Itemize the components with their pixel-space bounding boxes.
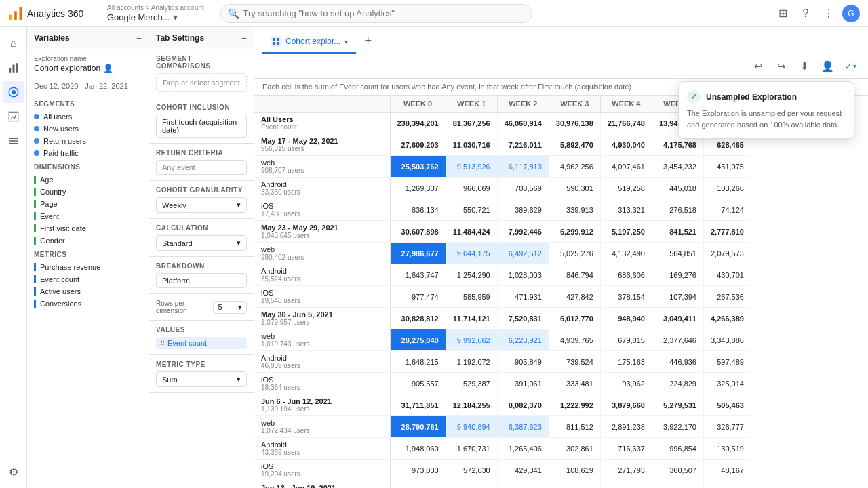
status-button[interactable]: ✓ ▾ xyxy=(841,57,860,76)
add-tab-button[interactable]: + xyxy=(359,30,377,54)
data-cell-r8-c4: 948,940 xyxy=(600,308,652,329)
avatar[interactable]: G xyxy=(842,5,860,22)
search-input[interactable] xyxy=(243,8,525,18)
apps-icon-btn[interactable]: ⊞ xyxy=(773,4,792,23)
data-cell-r3-c2: 389,629 xyxy=(497,199,549,221)
data-cell-r10-c4: 175,163 xyxy=(600,351,652,373)
tab-settings-minimize-btn[interactable]: − xyxy=(241,33,247,43)
table-row: Android 33,350 users 1,269,307966,069708… xyxy=(254,178,751,199)
nav-home[interactable]: ⌂ xyxy=(3,33,24,54)
cohort-granularity-select[interactable]: Weekly ▾ xyxy=(156,197,247,213)
data-cell-r14-c4: 716,637 xyxy=(600,438,652,460)
data-cell-r6-c5: 169,276 xyxy=(652,264,703,286)
data-cell-r0-c4: 4,930,040 xyxy=(600,134,652,156)
dimension-item[interactable]: Event xyxy=(27,210,149,222)
data-cell-r10-c1: 1,192,072 xyxy=(446,351,497,373)
tab-cohort[interactable]: Cohort explor... ▾ xyxy=(262,32,356,54)
data-cell-r3-c5: 276,518 xyxy=(652,199,703,221)
svg-rect-10 xyxy=(9,143,18,144)
data-cell-r1-c2: 6,117,813 xyxy=(497,156,549,178)
nav-advertising[interactable] xyxy=(3,106,24,127)
dimension-item[interactable]: Country xyxy=(27,186,149,198)
segments-section-title: SEGMENTS xyxy=(27,96,149,110)
data-cell-r8-c2: 7,520,831 xyxy=(497,308,549,329)
nav-explore[interactable] xyxy=(3,81,24,103)
breadcrumb-bottom[interactable]: Google Merch... ▾ xyxy=(107,12,204,22)
help-icon-btn[interactable]: ? xyxy=(796,4,815,23)
segment-dot xyxy=(34,114,39,119)
data-cell-r12-c0: 31,711,851 xyxy=(390,394,446,416)
toolbar: ↩ ↪ ⬇ 👤 ✓ ▾ xyxy=(254,54,868,79)
dimension-item[interactable]: Page xyxy=(27,198,149,210)
segment-item[interactable]: All users xyxy=(27,110,149,123)
data-cell-r5-c4: 4,132,490 xyxy=(600,243,652,264)
nav-configure[interactable] xyxy=(3,130,24,152)
metric-item[interactable]: Conversions xyxy=(27,298,149,310)
data-cell-r9-c5: 2,377,646 xyxy=(652,329,703,351)
variables-minimize-btn[interactable]: − xyxy=(136,33,142,43)
data-cell-r7-c2: 471,931 xyxy=(497,286,549,308)
left-nav: ⌂ ⚙ xyxy=(0,27,27,488)
more-vert-icon: ⋮ xyxy=(823,7,834,20)
segment-item[interactable]: Return users xyxy=(27,135,149,147)
nav-reports[interactable] xyxy=(3,57,24,79)
metric-item[interactable]: Purchase revenue xyxy=(27,261,149,273)
metric-type-section: METRIC TYPE Sum ▾ xyxy=(149,355,254,393)
breadcrumb-area: All accounts > Analytics account Google … xyxy=(107,4,204,22)
data-cell-r7-c4: 378,154 xyxy=(600,286,652,308)
metric-item[interactable]: Active users xyxy=(27,285,149,298)
table-row: iOS 19,548 users 977,474585,959471,93142… xyxy=(254,286,751,308)
nav-icons: ⊞ ? ⋮ G xyxy=(773,4,860,23)
data-cell-r12-c4: 3,879,668 xyxy=(600,394,652,416)
all-users-cell-1: 81,367,256 xyxy=(446,113,497,134)
cohort-inclusion-section: COHORT INCLUSION First touch (acquisitio… xyxy=(149,98,254,144)
dimension-item[interactable]: First visit date xyxy=(27,222,149,235)
more-icon-btn[interactable]: ⋮ xyxy=(819,4,838,23)
row-label-cell: May 17 - May 22, 2021 956,315 users xyxy=(254,134,390,156)
drop-segment-box[interactable]: Drop or select segment xyxy=(156,73,247,92)
all-users-cell-3: 30,976,138 xyxy=(549,113,600,134)
data-cell-r2-c2: 708,569 xyxy=(497,178,549,199)
unsampled-popup: ✓ Unsampled Exploration The Exploration … xyxy=(678,81,854,139)
dimension-item[interactable]: Gender xyxy=(27,235,149,247)
data-cell-r9-c3: 4,939,765 xyxy=(549,329,600,351)
data-cell-r13-c1: 9,940,894 xyxy=(446,416,497,438)
data-cell-r14-c1: 1,670,731 xyxy=(446,438,497,460)
date-range[interactable]: Dec 12, 2020 - Jan 22, 2021 xyxy=(27,79,149,96)
data-cell-r13-c3: 811,512 xyxy=(549,416,600,438)
data-cell-r5-c6: 2,079,573 xyxy=(703,243,751,264)
nav-settings[interactable]: ⚙ xyxy=(3,461,24,483)
calculation-select[interactable]: Standard ▾ xyxy=(156,235,247,251)
cohort-data-table: WEEK 0 WEEK 1 WEEK 2 WEEK 3 WEEK 4 WEEK … xyxy=(254,96,751,488)
value-chip[interactable]: ⠿ Event count xyxy=(156,337,247,349)
data-table-wrapper[interactable]: WEEK 0 WEEK 1 WEEK 2 WEEK 3 WEEK 4 WEEK … xyxy=(254,96,868,488)
rows-per-dim-select[interactable]: 5 ▾ xyxy=(213,301,247,314)
data-cell-r2-c1: 966,069 xyxy=(446,178,497,199)
metric-type-select[interactable]: Sum ▾ xyxy=(156,371,247,387)
segment-item[interactable]: Paid traffic xyxy=(27,147,149,159)
share-button[interactable]: 👤 xyxy=(818,57,837,76)
tab-dropdown-icon: ▾ xyxy=(344,38,348,45)
return-criteria-input[interactable]: Any event xyxy=(156,160,247,175)
undo-button[interactable]: ↩ xyxy=(749,57,768,76)
app-title: Analytics 360 xyxy=(27,8,83,19)
redo-button[interactable]: ↪ xyxy=(772,57,791,76)
data-cell-r0-c1: 11,030,716 xyxy=(446,134,497,156)
data-cell-r2-c4: 519,258 xyxy=(600,178,652,199)
data-cell-r1-c6: 451,075 xyxy=(703,156,751,178)
rows-per-dim-section: Rows per dimension 5 ▾ xyxy=(149,294,254,321)
data-cell-r0-c2: 7,216,011 xyxy=(497,134,549,156)
redo-icon: ↪ xyxy=(777,60,786,73)
data-cell-r16-c1: 12,117,753 xyxy=(446,481,497,489)
data-cell-r11-c0: 905,557 xyxy=(390,373,446,394)
cohort-inclusion-input[interactable]: First touch (acquisition date) xyxy=(156,115,247,138)
data-cell-r15-c0: 973,030 xyxy=(390,460,446,481)
search-bar[interactable]: 🔍 xyxy=(220,4,532,23)
dimension-item[interactable]: Age xyxy=(27,174,149,186)
download-button[interactable]: ⬇ xyxy=(795,57,814,76)
data-cell-r16-c6: 0 xyxy=(703,481,751,489)
variables-panel-header: Variables − xyxy=(27,27,149,49)
metric-item[interactable]: Event count xyxy=(27,273,149,285)
table-row: web 1,072,434 users 28,790,7619,940,8946… xyxy=(254,416,751,438)
segment-item[interactable]: New users xyxy=(27,123,149,135)
